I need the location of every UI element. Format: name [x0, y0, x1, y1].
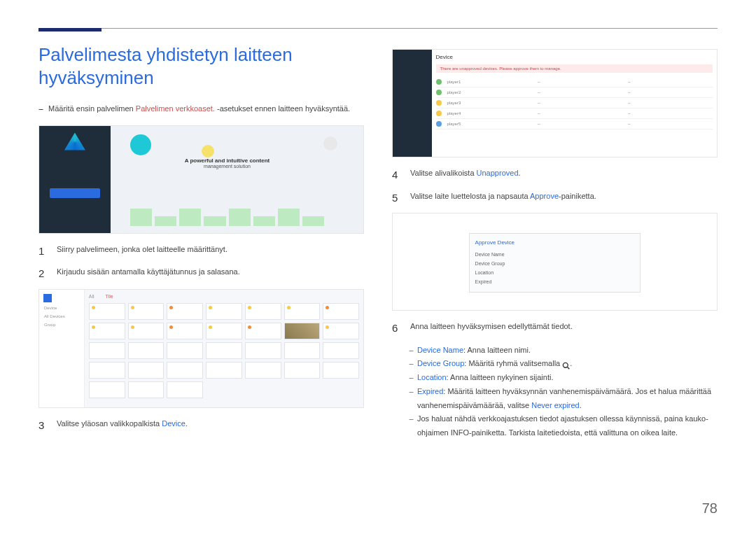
- modal-line: Device Name: [475, 250, 635, 259]
- sidebar-item: All Devices: [42, 312, 81, 321]
- fig-heading: Device: [436, 54, 713, 60]
- page-title: Palvelimesta yhdistetyn laitteen hyväksy…: [38, 43, 364, 89]
- step-text: Valitse yläosan valikkopalkista Device.: [57, 418, 188, 434]
- logo-icon: [43, 294, 52, 302]
- step-3: 3 Valitse yläosan valikkopalkista Device…: [38, 418, 364, 434]
- fig-tab: All: [89, 294, 94, 299]
- fig-tab-active: Tile: [106, 294, 113, 299]
- figure-device-grid: Device All Devices Group All Tile: [38, 289, 364, 408]
- fig-panel: Device There are unapproved devices. Ple…: [432, 50, 717, 157]
- modal-title: Approve Device: [475, 239, 635, 246]
- step-6: 6 Anna laitteen hyväksymisen edellyttämä…: [392, 321, 718, 337]
- step-4: 4 Valitse alivalikoista Unapproved.: [392, 167, 718, 183]
- intro-post: -asetukset ennen laitteen hyväksyntää.: [215, 104, 350, 113]
- slogan-bottom: management solution: [204, 164, 251, 169]
- step-number: 6: [392, 321, 402, 337]
- sub-highlight: Never expired: [531, 401, 579, 409]
- sub-text: : Määritä ryhmä valitsemalla: [464, 359, 562, 367]
- step-pre: Valitse yläosan valikkopalkista: [57, 419, 162, 428]
- intro-pre: Määritä ensin palvelimen: [48, 104, 136, 113]
- dash-icon: ‒: [38, 103, 46, 115]
- fig-modal: Approve Device Device Name Device Group …: [469, 233, 641, 293]
- list-item: Expired: Määritä laitteen hyväksynnän va…: [409, 385, 718, 413]
- sub-note: Jos haluat nähdä verkkoajastuksen tiedot…: [417, 414, 708, 437]
- step-text: Valitse alivalikoista Unapproved.: [410, 167, 521, 183]
- step-number: 5: [392, 190, 402, 206]
- sub-text: : Anna laitteen nimi.: [463, 346, 531, 354]
- figure-server-dashboard: A powerful and intuitive content managem…: [38, 125, 364, 234]
- sub-label: Expired: [417, 387, 443, 395]
- list-item: Location: Anna laitteen nykyinen sijaint…: [409, 371, 718, 385]
- sub-label: Device Group: [417, 359, 464, 367]
- fig-sidebar: [393, 50, 432, 157]
- step-post: .: [186, 419, 188, 428]
- stat-circle-icon: [202, 145, 214, 157]
- step-number: 1: [38, 244, 48, 260]
- modal-line: Location: [475, 268, 635, 277]
- stat-circle-icon: [323, 136, 337, 150]
- step-text: Siirry palvelimeen, jonka olet laitteell…: [57, 244, 227, 260]
- modal-line: Device Group: [475, 259, 635, 268]
- search-icon: [562, 360, 570, 368]
- step-text: Kirjaudu sisään antamalla käyttäjätunnus…: [57, 266, 240, 282]
- table-row: player3----: [436, 98, 713, 108]
- table-row: player4----: [436, 108, 713, 119]
- fig-sidebar: Device All Devices Group: [39, 290, 85, 407]
- step-1: 1 Siirry palvelimeen, jonka olet laittee…: [38, 244, 364, 260]
- table-row: player2----: [436, 87, 713, 98]
- left-column: Palvelimesta yhdistetyn laitteen hyväksy…: [38, 43, 364, 440]
- list-item: Device Name: Anna laitteen nimi.: [409, 344, 718, 358]
- step-pre: Valitse laite luettelosta ja napsauta: [410, 192, 530, 200]
- fig-main: All Tile: [85, 290, 363, 407]
- step-text: Valitse laite luettelosta ja napsauta Ap…: [410, 190, 596, 206]
- header-rule: [38, 28, 718, 29]
- fig-button: [50, 188, 99, 198]
- sidebar-title: Device: [42, 304, 81, 312]
- step-pre: Valitse alivalikoista: [410, 169, 477, 177]
- list-item: Jos haluat nähdä verkkoajastuksen tiedot…: [409, 412, 718, 440]
- step-post: -painiketta.: [559, 192, 596, 200]
- step-text: Anna laitteen hyväksymisen edellyttämät …: [410, 321, 573, 337]
- stat-circle-icon: [130, 134, 151, 155]
- fig-slogan: A powerful and intuitive content managem…: [130, 157, 325, 169]
- intro-highlight: Palvelimen verkkoaset.: [136, 104, 215, 113]
- fig-warning: There are unapproved devices. Please app…: [436, 64, 713, 73]
- sub-label: Device Name: [417, 346, 463, 354]
- fig-grid: [89, 303, 359, 398]
- table-row: player5----: [436, 119, 713, 129]
- table-row: player1----: [436, 77, 713, 87]
- figure-unapproved-list: Device There are unapproved devices. Ple…: [392, 49, 718, 157]
- page-number: 78: [702, 500, 718, 517]
- sub-list: Device Name: Anna laitteen nimi. Device …: [409, 344, 718, 441]
- fig-sidebar: [39, 126, 111, 233]
- fig-bars: [130, 202, 325, 226]
- sub-post: .: [580, 401, 582, 409]
- step-number: 3: [38, 418, 48, 434]
- step-highlight: Unapproved: [477, 169, 519, 177]
- list-item: Device Group: Määritä ryhmä valitsemalla…: [409, 357, 718, 371]
- logo-icon: [64, 133, 85, 150]
- intro-text: ‒ Määritä ensin palvelimen Palvelimen ve…: [38, 103, 364, 115]
- figure-approve-modal: Approve Device Device Name Device Group …: [392, 213, 718, 311]
- sub-post: .: [570, 359, 572, 367]
- modal-line: Expired: [475, 277, 635, 286]
- svg-point-0: [564, 363, 568, 367]
- step-5: 5 Valitse laite luettelosta ja napsauta …: [392, 190, 718, 206]
- right-column: Device There are unapproved devices. Ple…: [392, 43, 718, 440]
- sub-label: Location: [417, 373, 447, 381]
- step-2: 2 Kirjaudu sisään antamalla käyttäjätunn…: [38, 266, 364, 282]
- sub-text: : Anna laitteen nykyinen sijainti.: [447, 373, 554, 381]
- slogan-top: A powerful and intuitive content: [130, 157, 325, 164]
- sidebar-item: Group: [42, 321, 81, 329]
- step-number: 4: [392, 167, 402, 183]
- step-highlight: Approve: [530, 192, 559, 200]
- step-post: .: [519, 169, 521, 177]
- step-number: 2: [38, 266, 48, 282]
- fig-tabs: All Tile: [89, 294, 359, 299]
- step-highlight: Device: [162, 419, 186, 428]
